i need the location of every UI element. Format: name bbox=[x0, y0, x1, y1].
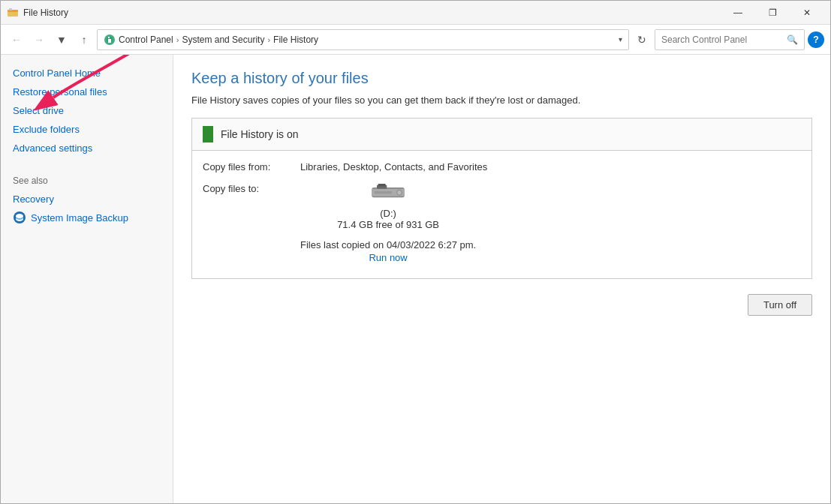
svg-rect-6 bbox=[108, 39, 111, 43]
status-box: File History is on Copy files from: Libr… bbox=[191, 118, 812, 279]
copy-from-value: Libraries, Desktop, Contacts, and Favori… bbox=[300, 161, 487, 172]
see-also-section: See also Recovery System Image Backup bbox=[1, 176, 173, 227]
sidebar-item-control-panel-home[interactable]: Control Panel Home bbox=[1, 64, 173, 82]
sidebar-item-select-drive[interactable]: Select drive bbox=[1, 101, 173, 120]
copy-to-row: Copy files to: bbox=[203, 180, 801, 263]
copy-from-row: Copy files from: Libraries, Desktop, Con… bbox=[203, 161, 801, 172]
address-dropdown-arrow: ▾ bbox=[619, 35, 622, 44]
page-description: File History saves copies of your files … bbox=[191, 94, 812, 106]
page-title: Keep a history of your files bbox=[191, 70, 812, 87]
address-box[interactable]: Control Panel › System and Security › Fi… bbox=[97, 29, 629, 50]
control-panel-icon bbox=[104, 34, 116, 46]
minimize-button[interactable]: — bbox=[721, 1, 755, 25]
drive-icon bbox=[369, 180, 407, 205]
breadcrumb-item-2: System and Security bbox=[182, 34, 264, 45]
restore-link-container: Restore personal files bbox=[1, 82, 173, 101]
turn-off-button[interactable]: Turn off bbox=[748, 294, 812, 316]
up-button[interactable]: ↑ bbox=[74, 30, 94, 50]
svg-rect-2 bbox=[9, 8, 12, 10]
sidebar-item-recovery[interactable]: Recovery bbox=[13, 190, 161, 208]
breadcrumb-item-3: File History bbox=[273, 34, 318, 45]
sidebar-item-exclude-folders[interactable]: Exclude folders bbox=[1, 120, 173, 139]
recent-locations-button[interactable]: ▼ bbox=[52, 30, 71, 50]
status-body: Copy files from: Libraries, Desktop, Con… bbox=[192, 151, 811, 278]
svg-point-15 bbox=[398, 190, 402, 194]
back-button[interactable]: ← bbox=[7, 30, 26, 50]
breadcrumb: Control Panel › System and Security › Fi… bbox=[119, 34, 318, 45]
title-controls: — ❐ ✕ bbox=[721, 1, 824, 25]
svg-point-11 bbox=[16, 214, 23, 218]
drive-name: (D:) bbox=[380, 208, 396, 219]
status-text: File History is on bbox=[221, 128, 298, 140]
search-input[interactable] bbox=[661, 34, 787, 45]
svg-rect-5 bbox=[108, 37, 110, 38]
close-button[interactable]: ✕ bbox=[790, 1, 824, 25]
sidebar-item-restore-personal-files[interactable]: Restore personal files bbox=[1, 82, 173, 101]
see-also-title: See also bbox=[13, 176, 161, 186]
svg-rect-1 bbox=[8, 10, 18, 12]
recovery-label: Recovery bbox=[13, 194, 54, 205]
maximize-button[interactable]: ❐ bbox=[755, 1, 790, 25]
svg-rect-16 bbox=[375, 191, 392, 194]
sidebar: Control Panel Home Restore personal file… bbox=[1, 55, 173, 503]
copy-to-label: Copy files to: bbox=[203, 180, 300, 263]
backup-icon bbox=[13, 211, 26, 224]
help-button[interactable]: ? bbox=[808, 32, 824, 48]
sidebar-item-advanced-settings[interactable]: Advanced settings bbox=[1, 139, 173, 158]
title-bar: File History — ❐ ✕ bbox=[1, 1, 830, 25]
address-bar: ← → ▼ ↑ Control Panel › System and Secur… bbox=[1, 25, 830, 55]
copy-to-content: (D:) 71.4 GB free of 931 GB Files last c… bbox=[300, 180, 476, 263]
forward-button[interactable]: → bbox=[29, 30, 49, 50]
run-now-link[interactable]: Run now bbox=[369, 252, 407, 263]
last-copied-text: Files last copied on 04/03/2022 6:27 pm. bbox=[300, 239, 476, 250]
main-window: File History — ❐ ✕ ← → ▼ ↑ Control Panel… bbox=[0, 0, 831, 504]
window-icon bbox=[7, 7, 19, 19]
drive-size: 71.4 GB free of 931 GB bbox=[337, 219, 439, 230]
refresh-button[interactable]: ↻ bbox=[632, 30, 652, 50]
page-content: Keep a history of your files File Histor… bbox=[173, 55, 830, 503]
breadcrumb-sep-2: › bbox=[267, 35, 270, 44]
window-title: File History bbox=[23, 8, 68, 18]
status-header: File History is on bbox=[192, 118, 811, 151]
svg-rect-18 bbox=[378, 184, 386, 186]
sidebar-item-system-image-backup[interactable]: System Image Backup bbox=[13, 208, 161, 227]
main-content-area: Control Panel Home Restore personal file… bbox=[1, 55, 830, 503]
copy-from-label: Copy files from: bbox=[203, 161, 300, 172]
hard-drive-svg bbox=[369, 180, 407, 202]
title-bar-left: File History bbox=[7, 7, 68, 19]
system-image-backup-label: System Image Backup bbox=[31, 212, 128, 224]
breadcrumb-item-1: Control Panel bbox=[119, 34, 173, 45]
breadcrumb-sep-1: › bbox=[176, 35, 179, 44]
status-indicator-green bbox=[203, 126, 213, 142]
search-box[interactable]: 🔍 bbox=[655, 29, 805, 50]
search-icon: 🔍 bbox=[787, 34, 798, 45]
turn-off-section: Turn off bbox=[191, 294, 812, 316]
